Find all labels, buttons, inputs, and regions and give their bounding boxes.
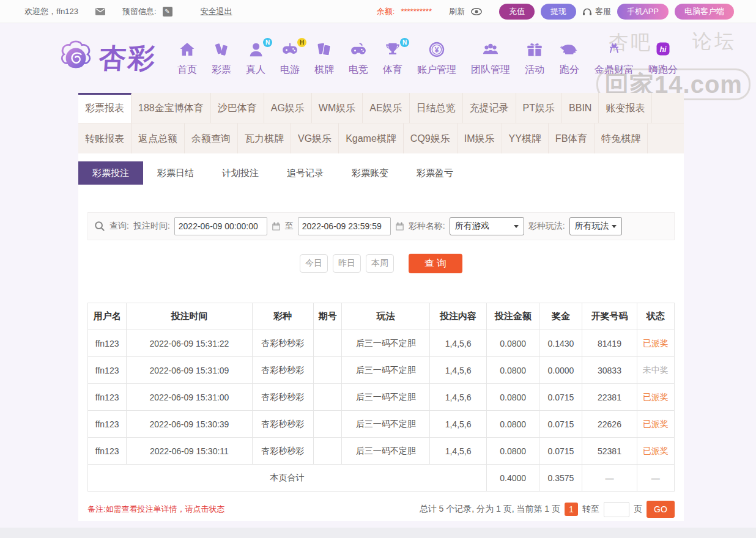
tab-bbin[interactable]: BBIN [562,93,599,123]
subtab-profit-loss[interactable]: 彩票盈亏 [402,161,467,185]
tab-ag[interactable]: AG娱乐 [264,93,312,123]
nav-item-paofen[interactable]: 跑分 [552,40,587,76]
lottery-subtabs: 彩票投注 彩票日结 计划投注 追号记录 彩票账变 彩票盈亏 [78,161,684,185]
tab-balance-query[interactable]: 余额查询 [185,123,238,153]
esports-gamepad-icon [349,40,368,62]
subtab-bets[interactable]: 彩票投注 [78,161,143,185]
refresh-link[interactable]: 刷新 [449,6,465,17]
total-amount: 0.4000 [487,465,539,492]
hot-badge: H [297,38,306,47]
status-link[interactable]: 已派奖 [637,330,674,357]
tab-yy[interactable]: YY棋牌 [502,123,549,153]
table-row: ffn123 2022-06-09 15:31:00 杏彩秒秒彩 后三一码不定胆… [88,384,675,411]
tab-cq9[interactable]: CQ9娱乐 [404,123,458,153]
status-link[interactable]: 已派奖 [637,384,674,411]
status-link[interactable]: 未中奖 [637,357,674,384]
reserved-info-label: 预留信息: [122,6,157,17]
gamepad-icon: H [281,40,299,62]
tab-saba-sports[interactable]: 沙巴体育 [211,93,264,123]
eye-icon[interactable] [471,8,482,15]
play-type-select[interactable]: 所有玩法 [569,217,622,235]
nav-item-esports[interactable]: 电竞 [341,40,376,76]
nav-item-promo[interactable]: 活动 [517,40,552,76]
edit-reserved-icon[interactable]: ✎ [163,7,172,17]
subtab-plan-bets[interactable]: 计划投注 [208,161,273,185]
pc-client-button[interactable]: 电脑客户端 [675,4,734,20]
nav-item-live[interactable]: N 真人 [239,40,273,76]
tab-vg[interactable]: VG娱乐 [291,123,339,153]
page-total-label: 本页合计 [88,465,487,492]
time-from-input[interactable] [174,217,267,235]
trophy-icon: N [384,40,402,62]
yesterday-button[interactable]: 昨日 [333,254,361,273]
gift-icon [525,40,544,62]
bets-table: 用户名 投注时间 彩种 期号 玩法 投注内容 投注金额 奖金 开奖号码 状态 f… [87,303,675,492]
logout-link[interactable]: 安全退出 [201,6,232,17]
balance-label: 余额: [377,6,395,17]
report-tabs-row1: 彩票报表 188金宝博体育 沙巴体育 AG娱乐 WM娱乐 AE娱乐 日结总览 充… [78,93,684,123]
tab-transfer-report[interactable]: 转账报表 [78,123,132,153]
tab-rebate-total[interactable]: 返点总额 [132,123,185,153]
headset-icon[interactable] [582,7,592,16]
home-icon [178,40,196,62]
nav-item-team[interactable]: 团队管理 [464,40,517,76]
withdraw-button[interactable]: 提现 [541,4,576,20]
subtab-account-change[interactable]: 彩票账变 [338,161,402,185]
today-button[interactable]: 今日 [300,254,328,273]
query-label: 查询: [109,221,129,232]
calendar-icon[interactable] [272,222,281,231]
search-button[interactable]: 查 询 [409,254,462,273]
tab-im[interactable]: IM娱乐 [458,123,502,153]
week-button[interactable]: 本周 [366,254,394,273]
deposit-button[interactable]: 充值 [499,4,535,20]
people-icon [481,40,500,62]
total-prize: 0.3575 [539,465,582,492]
mobile-app-button[interactable]: 手机APP [617,4,669,20]
table-row: ffn123 2022-06-09 15:31:09 杏彩秒秒彩 后三一码不定胆… [88,357,675,384]
page-1-button[interactable]: 1 [565,503,578,516]
logo-text: 杏彩 [98,40,158,76]
nav-item-account[interactable]: ¥ 账户管理 [410,40,464,76]
tab-wali[interactable]: 瓦力棋牌 [238,123,291,153]
filter-bar: 查询: 投注时间: 至 彩种名称: 所有游戏 彩种玩法: 所有玩法 [87,212,675,240]
tab-deposit-records[interactable]: 充提记录 [463,93,516,123]
nav-item-egames[interactable]: H 电游 [273,40,307,76]
subtab-chase[interactable]: 追号记录 [273,161,338,185]
tab-lottery-report[interactable]: 彩票报表 [78,93,132,123]
lottery-select[interactable]: 所有游戏 [450,217,524,235]
main-panel: 彩票报表 188金宝博体育 沙巴体育 AG娱乐 WM娱乐 AE娱乐 日结总览 充… [78,93,684,521]
calendar-icon[interactable] [395,222,404,231]
tab-account-change[interactable]: 账变报表 [599,93,652,123]
go-button[interactable]: GO [647,501,675,518]
rhino-icon [559,40,580,62]
tab-ae[interactable]: AE娱乐 [363,93,409,123]
goto-page-input[interactable] [604,502,629,517]
status-link[interactable]: 已派奖 [637,438,674,465]
nav-item-jinding[interactable]: 金鼎财富 [587,40,641,76]
bet-time-label: 投注时间: [133,221,170,232]
new-badge: N [263,38,272,47]
tab-wm[interactable]: WM娱乐 [312,93,363,123]
topbar: 欢迎您，ffn123 预留信息: ✎ 安全退出 余额: ********** 刷… [0,0,756,23]
nav-item-home[interactable]: 首页 [170,40,204,76]
service-label[interactable]: 客服 [595,6,611,17]
nav-item-lottery[interactable]: 彩票 [204,40,239,76]
rose-logo-icon [57,40,94,76]
tab-kgame[interactable]: Kgame棋牌 [339,123,404,153]
status-link[interactable]: 已派奖 [637,411,674,438]
nav-item-sports[interactable]: N 体育 [376,40,410,76]
new-badge: N [400,38,409,47]
ding-vessel-icon [606,40,622,62]
table-header-row: 用户名 投注时间 彩种 期号 玩法 投注内容 投注金额 奖金 开奖号码 状态 [88,303,675,330]
nav-item-cards[interactable]: 棋牌 [307,40,341,76]
subtab-daily[interactable]: 彩票日结 [143,161,208,185]
tab-tetu[interactable]: 特兔棋牌 [595,123,648,153]
tab-pt[interactable]: PT娱乐 [516,93,562,123]
tab-188-sports[interactable]: 188金宝博体育 [132,93,211,123]
tab-fb[interactable]: FB体育 [549,123,595,153]
message-icon[interactable] [95,8,105,15]
site-logo[interactable]: 杏彩 [57,40,157,76]
time-to-input[interactable] [298,217,391,235]
tab-daily-overview[interactable]: 日结总览 [410,93,463,123]
nav-item-hipaofen[interactable]: hi 嗨跑分 [641,40,685,76]
